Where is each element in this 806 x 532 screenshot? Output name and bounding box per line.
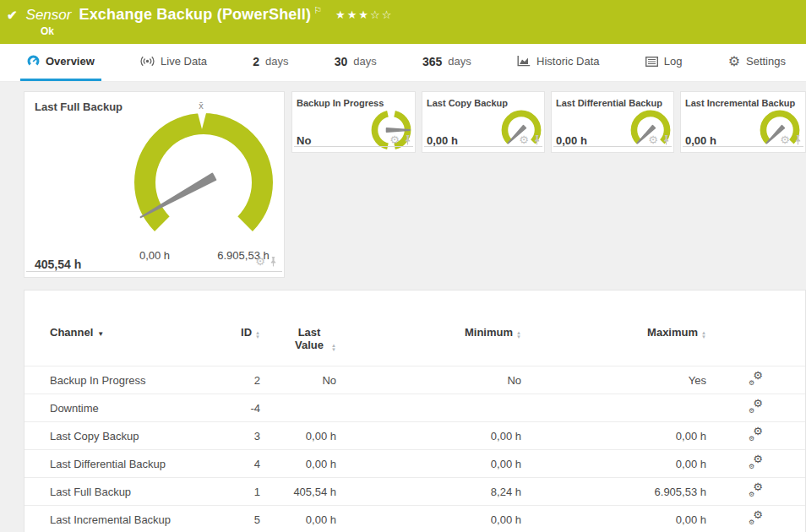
channel-minimum-cell: 0,00 h	[336, 450, 521, 478]
tab-2-days[interactable]: 2days	[246, 44, 295, 81]
sort-toggle-icon: ▲▼	[701, 331, 706, 339]
tab-bar: OverviewLive Data2days30days365daysHisto…	[0, 44, 806, 82]
column-header-id[interactable]: ID▲▼	[215, 319, 260, 366]
tab-365-days[interactable]: 365days	[416, 44, 478, 81]
channel-name-cell: Last Differential Backup	[25, 450, 215, 478]
table-row: Last Differential Backup40,00 h0,00 h0,0…	[25, 450, 805, 478]
gauge-value: 0,00 h	[427, 134, 458, 147]
channel-settings-gears-icon[interactable]: ⚙⚙	[749, 400, 763, 414]
channel-settings-button[interactable]: ⚙⚙	[706, 478, 805, 506]
panel-title: Last Copy Backup	[427, 98, 508, 108]
channel-settings-gears-icon[interactable]: ⚙⚙	[749, 512, 763, 525]
channel-id-cell: 4	[215, 450, 260, 478]
channel-minimum-cell: 0,00 h	[336, 422, 521, 450]
channel-last-value-cell	[260, 394, 336, 422]
table-row: Downtime-4⚙⚙	[25, 394, 805, 422]
pin-icon[interactable]	[533, 135, 541, 145]
channel-id-cell: -4	[215, 394, 260, 422]
tab-log[interactable]: Log	[639, 44, 689, 81]
sort-toggle-icon: ▲▼	[255, 331, 260, 339]
pin-icon[interactable]	[794, 135, 802, 145]
column-header-channel[interactable]: Channel▼	[25, 319, 215, 366]
sort-toggle-icon: ▲▼	[331, 344, 336, 352]
channel-name-cell: Last Copy Backup	[25, 422, 215, 450]
tab-label: Live Data	[161, 55, 207, 68]
channel-settings-gears-icon[interactable]: ⚙⚙	[749, 372, 763, 386]
gear-icon[interactable]: ⚙	[255, 256, 265, 267]
pin-icon[interactable]	[662, 135, 670, 145]
panel-last-differential-backup: Last Differential Backup 0,00 h ⚙	[551, 91, 674, 153]
gear-icon[interactable]: ⚙	[648, 134, 658, 145]
channel-id-cell: 2	[215, 366, 260, 394]
sensor-status-text: Ok	[41, 25, 54, 37]
tab-overview[interactable]: Overview	[20, 44, 101, 81]
channel-maximum-cell: 0,00 h	[521, 450, 706, 478]
channel-last-value-cell: 0,00 h	[260, 506, 336, 532]
last-differential-backup-gauge	[628, 107, 673, 153]
prtg-sensor-page: ✔ Sensor Exchange Backup (PowerShell) ⚐ …	[0, 0, 806, 532]
panel-title: Last Full Backup	[35, 100, 123, 113]
column-header-last-value[interactable]: Last Value▲▼	[260, 319, 336, 366]
gear-icon[interactable]: ⚙	[389, 134, 400, 145]
channel-name-cell: Downtime	[25, 394, 215, 422]
tab-30-days[interactable]: 30days	[328, 44, 384, 81]
channel-settings-gears-icon[interactable]: ⚙⚙	[749, 456, 763, 470]
channel-last-value-cell: 405,54 h	[260, 478, 336, 506]
channel-settings-button[interactable]: ⚙⚙	[706, 450, 805, 478]
column-header-minimum[interactable]: Minimum▲▼	[336, 319, 521, 366]
table-row: Last Incremental Backup50,00 h0,00 h0,00…	[25, 506, 805, 532]
live-icon	[140, 56, 155, 67]
gear-icon[interactable]: ⚙	[519, 134, 529, 145]
pin-icon[interactable]	[404, 135, 411, 145]
channel-table-body: Backup In Progress2NoNoYes⚙⚙Downtime-4⚙⚙…	[25, 366, 805, 532]
channel-last-value-cell: No	[260, 366, 336, 394]
tab-number: 365	[422, 55, 442, 68]
panel-last-copy-backup: Last Copy Backup 0,00 h ⚙	[422, 91, 545, 153]
gear-icon[interactable]: ⚙	[780, 134, 790, 145]
tab-live-data[interactable]: Live Data	[133, 44, 214, 81]
flag-icon[interactable]: ⚐	[313, 5, 322, 16]
column-header-actions	[706, 319, 805, 366]
channel-maximum-cell	[521, 394, 706, 422]
channel-id-cell: 3	[215, 422, 260, 450]
channel-maximum-cell: 6.905,53 h	[521, 478, 706, 506]
tab-number: 30	[335, 55, 348, 68]
tab-unit: days	[448, 55, 471, 68]
channel-settings-button[interactable]: ⚙⚙	[706, 506, 805, 532]
tab-unit: days	[265, 55, 288, 68]
gauge-min-label: 0,00 h	[124, 249, 185, 262]
channel-id-cell: 1	[215, 478, 260, 506]
column-header-maximum[interactable]: Maximum▲▼	[521, 319, 706, 366]
last-incremental-backup-gauge	[757, 107, 803, 153]
table-row: Backup In Progress2NoNoYes⚙⚙	[25, 366, 805, 394]
panel-last-full-backup: Last Full Backup x̄ 0,00 h 6.905,53 h 40…	[24, 91, 285, 278]
sort-toggle-icon: ▲▼	[516, 331, 521, 339]
sensor-type-label: Sensor	[26, 7, 72, 24]
channel-settings-gears-icon[interactable]: ⚙⚙	[749, 484, 763, 497]
channel-settings-button[interactable]: ⚙⚙	[706, 394, 805, 422]
channel-last-value-cell: 0,00 h	[260, 422, 336, 450]
channel-minimum-cell: 0,00 h	[336, 506, 521, 532]
channel-name-cell: Last Full Backup	[25, 478, 215, 506]
gauge-icon	[27, 55, 40, 68]
channel-settings-button[interactable]: ⚙⚙	[706, 422, 805, 450]
channel-settings-gears-icon[interactable]: ⚙⚙	[749, 428, 763, 442]
sort-desc-icon: ▼	[97, 330, 104, 338]
channel-name-cell: Last Incremental Backup	[25, 506, 215, 532]
tab-settings[interactable]: ⚙Settings	[722, 44, 792, 81]
table-row: Last Full Backup1405,54 h8,24 h6.905,53 …	[25, 478, 805, 506]
channel-settings-button[interactable]: ⚙⚙	[706, 366, 805, 394]
tab-historic-data[interactable]: Historic Data	[510, 44, 606, 81]
pin-icon[interactable]	[270, 257, 277, 267]
channel-maximum-cell: 0,00 h	[521, 506, 706, 532]
channel-minimum-cell	[336, 394, 521, 422]
gauge-value: 405,54 h	[35, 258, 81, 271]
chart-icon	[517, 56, 531, 67]
gauge-value: No	[297, 134, 311, 147]
panel-last-incremental-backup: Last Incremental Backup 0,00 h ⚙	[680, 91, 806, 153]
panel-backup-in-progress: Backup In Progress No ⚙	[291, 91, 416, 153]
tab-number: 2	[253, 55, 259, 68]
tab-label: Historic Data	[536, 55, 599, 68]
priority-stars[interactable]: ★★★☆☆	[335, 8, 393, 21]
log-icon	[645, 57, 658, 67]
